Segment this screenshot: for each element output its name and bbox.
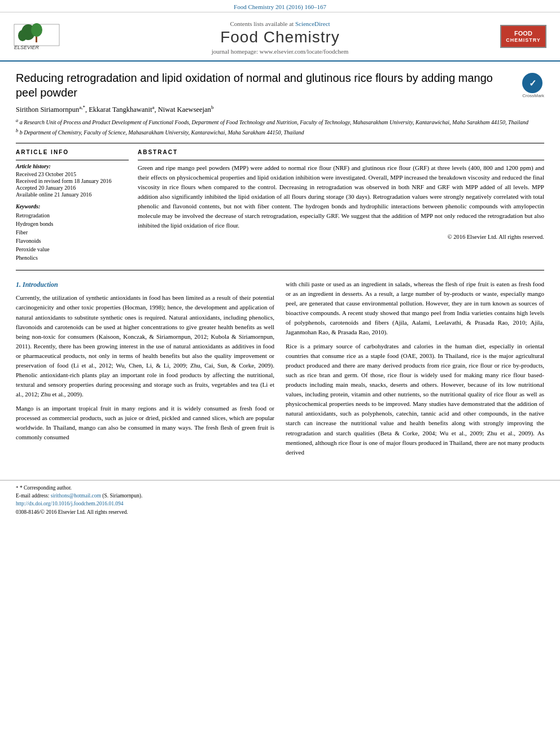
doi-line: http://dx.doi.org/10.1016/j.foodchem.201… (16, 500, 544, 508)
footer: * * Corresponding author. E-mail address… (0, 480, 560, 521)
corresponding-note: * * Corresponding author. (16, 484, 544, 492)
author2-name: , Ekkarat Tangkhawanit (85, 106, 152, 113)
keyword-6: Phenolics (16, 254, 129, 262)
author1-name: Sirithon Siriamornpun (16, 106, 79, 113)
keyword-2: Hydrogen bonds (16, 220, 129, 228)
svg-rect-4 (36, 37, 37, 42)
keyword-4: Flavonoids (16, 237, 129, 245)
intro-para1: Currently, the utilization of synthetic … (16, 293, 274, 399)
affiliation-b: b b Department of Chemistry, Faculty of … (16, 128, 544, 137)
copyright-line: © 2016 Elsevier Ltd. All rights reserved… (138, 234, 544, 240)
article-title: Reducing retrogradation and lipid oxidat… (16, 71, 517, 100)
crossmark-icon: ✓ (522, 73, 542, 93)
abstract-text: Green and ripe mango peel powders (MPP) … (138, 163, 544, 230)
crossmark-label: CrossMark (522, 93, 544, 98)
article-history-label: Article history: (16, 163, 129, 169)
svg-text:ELSEVIER: ELSEVIER (14, 45, 40, 50)
two-col-layout: ARTICLE INFO Article history: Received 2… (16, 149, 544, 262)
authors-line: Sirithon Siriamornpuna,*, Ekkarat Tangkh… (16, 104, 544, 114)
author1-sup: a,* (79, 104, 85, 110)
keyword-5: Peroxide value (16, 245, 129, 254)
sciencedirect-link[interactable]: ScienceDirect (295, 20, 330, 27)
svg-point-2 (31, 23, 42, 37)
affiliation-a: a a Research Unit of Process and Product… (16, 117, 544, 126)
right-column: with chili paste or used as an ingredien… (286, 279, 544, 462)
keywords-label: Keywords: (16, 203, 129, 209)
divider-abstract (138, 160, 544, 160)
svg-point-3 (18, 30, 27, 41)
elsevier-logo: ELSEVIER (11, 20, 62, 53)
abstract-heading: ABSTRACT (138, 149, 544, 155)
crossmark-logo[interactable]: ✓ CrossMark (522, 73, 544, 98)
contents-available-line: Contents lists available at ScienceDirec… (62, 18, 498, 28)
divider-info (16, 160, 129, 160)
article-info-heading: ARTICLE INFO (16, 149, 129, 155)
intro-para2: Mango is an important tropical fruit in … (16, 404, 274, 442)
email-link[interactable]: sirithons@hotmail.com (51, 493, 101, 499)
divider-body (16, 270, 544, 270)
food-chemistry-logo-box: FOOD CHEMISTRY (498, 25, 549, 49)
article-title-section: Reducing retrogradation and lipid oxidat… (16, 71, 544, 100)
email-line: E-mail address: sirithons@hotmail.com (S… (16, 492, 544, 500)
abstract-column: ABSTRACT Green and ripe mango peel powde… (138, 149, 544, 262)
logo-chemistry-text: CHEMISTRY (506, 37, 541, 44)
keyword-1: Retrogradation (16, 211, 129, 220)
accepted-date: Accepted 20 January 2016 (16, 185, 129, 191)
available-date: Available online 21 January 2016 (16, 191, 129, 198)
author3-sup: b (211, 104, 214, 110)
revised-date: Received in revised form 18 January 2016 (16, 178, 129, 184)
journal-citation: Food Chemistry 201 (2016) 160–167 (234, 3, 326, 10)
journal-homepage: journal homepage: www.elsevier.com/locat… (62, 48, 498, 55)
right-para1: with chili paste or used as an ingredien… (286, 279, 544, 337)
author3-name: , Niwat Kaewseejan (155, 106, 211, 113)
logo-food-text: FOOD (506, 29, 541, 37)
left-column: 1. Introduction Currently, the utilizati… (16, 279, 274, 462)
citation-bar: Food Chemistry 201 (2016) 160–167 (0, 0, 560, 12)
article-info-column: ARTICLE INFO Article history: Received 2… (16, 149, 129, 262)
keywords-section: Keywords: Retrogradation Hydrogen bonds … (16, 203, 129, 262)
right-para2: Rice is a primary source of carbohydrate… (286, 342, 544, 457)
intro-heading: 1. Introduction (16, 279, 274, 290)
issn-line: 0308-8146/© 2016 Elsevier Ltd. All right… (16, 508, 544, 516)
journal-center: Contents lists available at ScienceDirec… (62, 18, 498, 55)
main-content: 1. Introduction Currently, the utilizati… (16, 279, 544, 462)
journal-title: Food Chemistry (62, 28, 498, 46)
journal-header: ELSEVIER Contents lists available at Sci… (0, 12, 560, 62)
keyword-3: Fiber (16, 228, 129, 237)
affiliations: a a Research Unit of Process and Product… (16, 117, 544, 137)
received-date: Received 23 October 2015 (16, 171, 129, 177)
doi-link[interactable]: http://dx.doi.org/10.1016/j.foodchem.201… (16, 501, 124, 506)
divider-top (16, 143, 544, 143)
article-body: Reducing retrogradation and lipid oxidat… (0, 62, 560, 471)
